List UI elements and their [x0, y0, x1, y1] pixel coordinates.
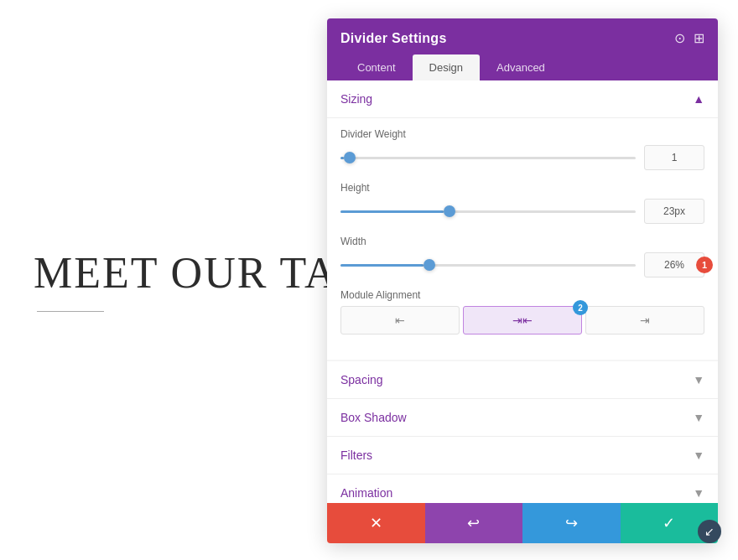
divider-weight-thumb[interactable] [344, 152, 356, 163]
height-slider[interactable] [340, 203, 636, 220]
height-label: Height [340, 182, 704, 194]
divider-weight-label: Divider Weight [340, 128, 704, 140]
panel-header: Divider Settings ⊙ ⊞ Content Design Adva… [327, 18, 718, 80]
spacing-section-title: Spacing [340, 373, 383, 386]
panel-tabs: Content Design Advanced [340, 54, 704, 80]
animation-section-title: Animation [340, 486, 392, 500]
animation-section-header[interactable]: Animation ▼ [327, 474, 718, 503]
align-center-icon: ⇥⇤ [512, 314, 533, 327]
width-label: Width [340, 236, 704, 247]
width-fill [340, 264, 424, 267]
width-input-wrapper: 1 [644, 252, 704, 277]
divider-weight-track [340, 157, 636, 159]
alignment-center-button[interactable]: ⇥⇤ 2 [463, 306, 582, 334]
align-left-icon: ⇤ [395, 314, 405, 327]
alignment-badge: 2 [573, 300, 588, 315]
sizing-section-header[interactable]: Sizing ▲ [327, 80, 718, 118]
divider-weight-input[interactable] [644, 145, 704, 170]
settings-icon[interactable]: ⊙ [674, 30, 685, 46]
cancel-button[interactable]: ✕ [327, 503, 425, 543]
width-thumb[interactable] [424, 259, 435, 271]
box-shadow-chevron-down-icon: ▼ [693, 411, 704, 424]
divider-settings-panel: Divider Settings ⊙ ⊞ Content Design Adva… [327, 18, 718, 543]
align-right-icon: ⇥ [640, 314, 650, 327]
height-fill [340, 210, 444, 213]
height-track [340, 210, 636, 213]
animation-section: Animation ▼ [327, 474, 718, 503]
spacing-chevron-down-icon: ▼ [693, 373, 704, 386]
alignment-left-button[interactable]: ⇤ [340, 306, 460, 334]
undo-icon: ↩ [467, 514, 480, 532]
corner-icon[interactable]: ↙ [698, 520, 721, 543]
width-slider[interactable] [340, 257, 636, 273]
box-shadow-section: Box Shadow ▼ [327, 399, 718, 437]
tab-content[interactable]: Content [340, 54, 413, 80]
spacing-section: Spacing ▼ [327, 361, 718, 399]
confirm-icon: ✓ [663, 514, 675, 532]
module-alignment-field: Module Alignment ⇤ ⇥⇤ 2 ⇥ [340, 289, 704, 334]
filters-section-header[interactable]: Filters ▼ [327, 437, 718, 474]
height-thumb[interactable] [444, 205, 455, 217]
box-shadow-section-header[interactable]: Box Shadow ▼ [327, 399, 718, 436]
animation-chevron-down-icon: ▼ [693, 486, 704, 500]
sizing-section-body: Divider Weight Height [327, 118, 718, 360]
redo-button[interactable]: ↪ [522, 503, 621, 543]
spacing-section-header[interactable]: Spacing ▼ [327, 361, 718, 398]
filters-section: Filters ▼ [327, 437, 718, 474]
width-track [340, 264, 636, 267]
cancel-icon: ✕ [370, 514, 382, 532]
height-controls [340, 199, 704, 224]
sizing-section-title: Sizing [340, 92, 372, 106]
sizing-chevron-up-icon: ▲ [693, 92, 704, 106]
tab-design[interactable]: Design [413, 54, 480, 80]
filters-section-title: Filters [340, 449, 372, 462]
filters-chevron-down-icon: ▼ [693, 449, 704, 462]
alignment-right-button[interactable]: ⇥ [585, 306, 704, 334]
width-badge: 1 [696, 257, 713, 273]
sizing-section: Sizing ▲ Divider Weight [327, 80, 718, 360]
height-input[interactable] [644, 199, 704, 224]
redo-icon: ↪ [565, 514, 578, 532]
panel-footer: ✕ ↩ ↪ ✓ [327, 503, 718, 543]
panel-title-row: Divider Settings ⊙ ⊞ [340, 30, 704, 46]
undo-button[interactable]: ↩ [425, 503, 523, 543]
box-shadow-section-title: Box Shadow [340, 411, 407, 424]
panel-body: Sizing ▲ Divider Weight [327, 80, 718, 503]
background-divider [37, 311, 104, 312]
module-alignment-label: Module Alignment [340, 289, 704, 301]
panel-title-icons: ⊙ ⊞ [674, 30, 704, 46]
layout-icon[interactable]: ⊞ [694, 30, 704, 46]
height-field: Height [340, 182, 704, 224]
divider-weight-slider[interactable] [340, 149, 636, 166]
divider-weight-field: Divider Weight [340, 128, 704, 170]
alignment-buttons: ⇤ ⇥⇤ 2 ⇥ [340, 306, 704, 334]
width-controls: 1 [340, 252, 704, 277]
corner-arrow-icon: ↙ [704, 525, 715, 538]
tab-advanced[interactable]: Advanced [480, 54, 562, 80]
divider-weight-controls [340, 145, 704, 170]
panel-title: Divider Settings [340, 31, 447, 46]
width-field: Width 1 [340, 236, 704, 277]
